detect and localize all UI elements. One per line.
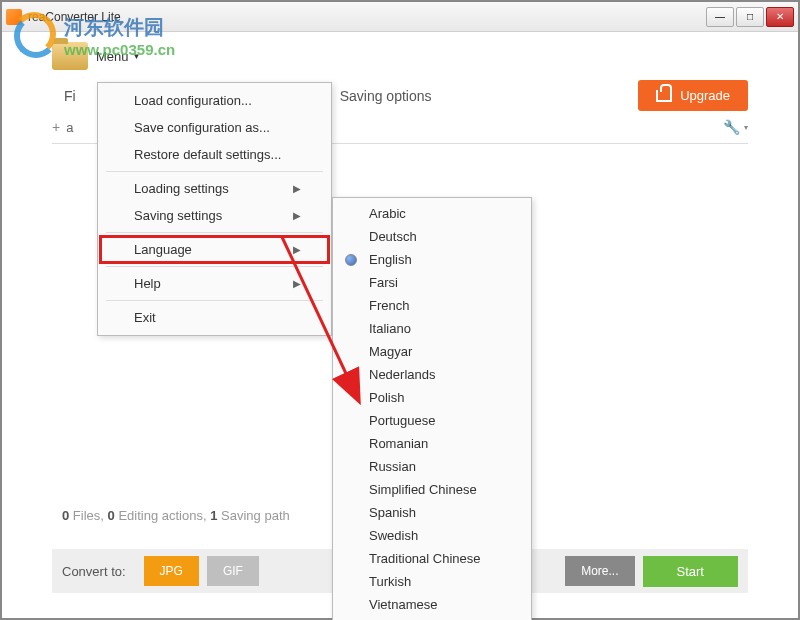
chevron-right-icon: ▶ (293, 278, 301, 289)
start-button[interactable]: Start (643, 556, 738, 587)
status-line: 0 Files, 0 Editing actions, 1 Saving pat… (62, 508, 290, 523)
menu-language[interactable]: Language▶ (100, 236, 329, 263)
watermark-logo (12, 12, 60, 60)
language-option[interactable]: Traditional Chinese (335, 547, 529, 570)
menu-saving-settings[interactable]: Saving settings▶ (100, 202, 329, 229)
plus-icon: + (52, 119, 60, 135)
watermark: 河东软件园 www.pc0359.cn (12, 12, 175, 60)
menu-load-config[interactable]: Load configuration... (100, 87, 329, 114)
language-option[interactable]: Simplified Chinese (335, 478, 529, 501)
add-button[interactable]: + a (52, 119, 73, 135)
wrench-icon: 🔧 (723, 119, 740, 135)
language-option[interactable]: Nederlands (335, 363, 529, 386)
tab-files[interactable]: Fi (52, 82, 88, 110)
language-option[interactable]: Turkish (335, 570, 529, 593)
convert-to-label: Convert to: (62, 564, 126, 579)
language-option[interactable]: Romanian (335, 432, 529, 455)
maximize-button[interactable]: □ (736, 7, 764, 27)
language-submenu: ArabicDeutschEnglishFarsiFrenchItalianoM… (332, 197, 532, 620)
format-jpg-button[interactable]: JPG (144, 556, 199, 586)
menu-loading-settings[interactable]: Loading settings▶ (100, 175, 329, 202)
chevron-right-icon: ▶ (293, 210, 301, 221)
tab-saving-options[interactable]: Saving options (328, 82, 444, 110)
menu-dropdown: Load configuration... Save configuration… (97, 82, 332, 336)
upgrade-button[interactable]: Upgrade (638, 80, 748, 111)
language-option[interactable]: Swedish (335, 524, 529, 547)
chevron-down-icon: ▾ (744, 123, 748, 132)
menu-save-config[interactable]: Save configuration as... (100, 114, 329, 141)
language-option[interactable]: Italiano (335, 317, 529, 340)
cart-icon (656, 90, 672, 102)
language-option[interactable]: Portuguese (335, 409, 529, 432)
watermark-text-2: www.pc0359.cn (64, 41, 175, 58)
minimize-button[interactable]: — (706, 7, 734, 27)
language-option[interactable]: Magyar (335, 340, 529, 363)
chevron-right-icon: ▶ (293, 244, 301, 255)
menu-restore[interactable]: Restore default settings... (100, 141, 329, 168)
menu-exit[interactable]: Exit (100, 304, 329, 331)
format-gif-button[interactable]: GIF (207, 556, 259, 586)
language-option[interactable]: Russian (335, 455, 529, 478)
language-option[interactable]: English (335, 248, 529, 271)
language-option[interactable]: Farsi (335, 271, 529, 294)
menu-help[interactable]: Help▶ (100, 270, 329, 297)
chevron-right-icon: ▶ (293, 183, 301, 194)
watermark-text-1: 河东软件园 (64, 14, 175, 41)
more-button[interactable]: More... (565, 556, 634, 586)
settings-dropdown[interactable]: 🔧 ▾ (723, 119, 748, 135)
close-button[interactable]: ✕ (766, 7, 794, 27)
language-option[interactable]: Vietnamese (335, 593, 529, 616)
language-option[interactable]: Arabic (335, 202, 529, 225)
language-option[interactable]: Spanish (335, 501, 529, 524)
language-option[interactable]: Deutsch (335, 225, 529, 248)
language-option[interactable]: French (335, 294, 529, 317)
language-option[interactable]: Polish (335, 386, 529, 409)
